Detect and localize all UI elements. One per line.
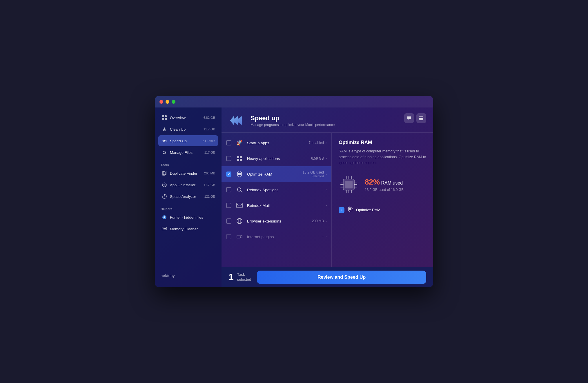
sidebar-item-overview[interactable]: Overview 6.82 GB [158,112,218,123]
task-item-heavy-apps[interactable]: Heavy applications 6.59 GB › [222,151,331,166]
header-actions [404,113,426,123]
sidebar-item-manage-files[interactable]: Manage Files 117 GB [158,147,218,158]
browser-extensions-meta: 209 MB [312,219,324,223]
svg-rect-1 [165,115,167,117]
startup-apps-chevron: › [326,141,327,145]
detail-checkbox[interactable]: ✓ [339,207,344,213]
app-content: Overview 6.82 GB Clean Up 11.7 GB [155,107,433,287]
svg-rect-19 [419,116,423,117]
helpers-label: Helpers [158,205,218,212]
manage-files-badge: 117 GB [204,151,215,154]
app-uninstaller-badge: 11.7 GB [204,183,215,187]
svg-rect-18 [165,228,166,229]
duplicate-finder-label: Duplicate Finder [170,171,204,176]
cleanup-icon [161,126,168,132]
main-content: Speed up Manage programs to optimize you… [222,107,433,287]
task-item-reindex-spotlight[interactable]: Reindex Spotlight › [222,182,331,198]
optimize-ram-label: Optimize RAM [247,172,303,176]
sidebar-item-memory-cleaner[interactable]: Memory Cleaner [158,223,218,234]
task-item-optimize-ram[interactable]: ✓ [222,166,331,182]
svg-rect-0 [162,115,164,117]
browser-extensions-icon [235,217,244,225]
svg-rect-21 [419,119,423,120]
reindex-mail-icon [235,201,244,209]
heavy-apps-icon [235,154,244,163]
heavy-apps-label: Heavy applications [247,156,311,161]
svg-point-14 [164,216,165,218]
main-header: Speed up Manage programs to optimize you… [222,107,433,132]
svg-rect-27 [238,173,241,175]
svg-rect-58 [349,208,351,210]
reindex-spotlight-label: Reindex Spotlight [247,188,324,192]
task-checkbox-startup-apps[interactable] [226,140,231,145]
ram-usage-line: 82% RAM used [365,178,426,187]
sidebar-item-space-analyzer[interactable]: Space Analyzer 121 GB [158,191,218,202]
brand-name: nektony [161,273,175,278]
task-list: 🚀 Startup apps 7 enabled › [222,133,332,267]
detail-selected-icon [347,206,353,214]
sidebar-item-duplicate-finder[interactable]: Duplicate Finder 266 MB [158,168,218,179]
footer-task-label: Task selected [237,272,251,282]
chat-button[interactable] [404,113,414,123]
cleanup-badge: 11.7 GB [204,127,215,131]
svg-point-6 [165,152,166,153]
svg-rect-16 [163,228,164,229]
footer-count: 1 Task selected [228,272,251,282]
fullscreen-button[interactable] [172,100,175,104]
list-view-button[interactable] [416,113,426,123]
ram-visual: 82% RAM used 13.2 GB used of 16.0 GB [339,174,426,195]
header-text: Speed up Manage programs to optimize you… [251,114,335,127]
ram-label: RAM used [381,180,403,185]
minimize-button[interactable] [166,100,169,104]
close-button[interactable] [159,100,163,104]
detail-selected-item: ✓ [339,206,426,214]
speedup-label: Speed Up [170,139,203,143]
task-item-reindex-mail[interactable]: Reindex Mail › [222,198,331,213]
page-subtitle: Manage programs to optimize your Mac's p… [251,123,335,127]
svg-rect-38 [237,203,242,208]
svg-rect-42 [237,235,240,238]
sidebar-main-section: Overview 6.82 GB Clean Up 11.7 GB [155,112,222,158]
duplicate-finder-badge: 266 MB [204,172,215,175]
app-uninstaller-icon [161,182,168,188]
task-item-startup-apps[interactable]: 🚀 Startup apps 7 enabled › [222,135,331,151]
manage-files-label: Manage Files [170,150,204,155]
detail-selected-name: Optimize RAM [356,208,380,212]
task-checkbox-reindex-mail[interactable] [226,203,231,208]
traffic-lights [159,100,175,104]
overview-badge: 6.82 GB [204,116,215,119]
memory-cleaner-label: Memory Cleaner [170,227,215,231]
browser-extensions-label: Browser extensions [247,219,312,223]
svg-rect-22 [237,156,239,158]
reindex-spotlight-chevron: › [326,188,327,192]
detail-description: RAM is a type of computer memory that is… [339,148,426,166]
detail-title: Optimize RAM [339,140,426,145]
space-analyzer-badge: 121 GB [204,195,215,198]
task-checkbox-internet-plugins[interactable] [226,234,231,239]
task-checkbox-reindex-spotlight[interactable] [226,187,231,192]
svg-rect-24 [237,159,239,161]
chip-icon [339,174,359,195]
space-analyzer-icon [161,193,168,200]
tools-label: Tools [158,161,218,168]
task-item-internet-plugins[interactable]: Internet plugins – › [222,229,331,245]
internet-plugins-icon [235,233,244,241]
optimize-ram-meta: 13.2 GB used Selected [303,170,324,178]
svg-rect-17 [164,228,165,229]
task-checkbox-optimize-ram[interactable]: ✓ [226,172,231,177]
brand-footer: nektony [155,269,222,282]
task-checkbox-browser-extensions[interactable] [226,218,231,224]
svg-rect-44 [345,181,353,188]
task-checkbox-heavy-apps[interactable] [226,156,231,161]
sidebar-item-app-uninstaller[interactable]: App Uninstaller 11.7 GB [158,179,218,190]
svg-point-36 [237,188,241,191]
sidebar-item-cleanup[interactable]: Clean Up 11.7 GB [158,124,218,135]
sidebar-item-speedup[interactable]: Speed Up 51 Tasks [158,135,218,146]
startup-apps-label: Startup apps [247,141,308,145]
task-item-browser-extensions[interactable]: Browser extensions 209 MB › [222,213,331,229]
reindex-mail-chevron: › [326,203,327,207]
sidebar-item-funter[interactable]: Funter - hidden files [158,212,218,223]
review-and-speedup-button[interactable]: Review and Speed Up [257,271,426,284]
ram-percent: 82% [365,178,380,186]
page-title: Speed up [251,114,335,122]
